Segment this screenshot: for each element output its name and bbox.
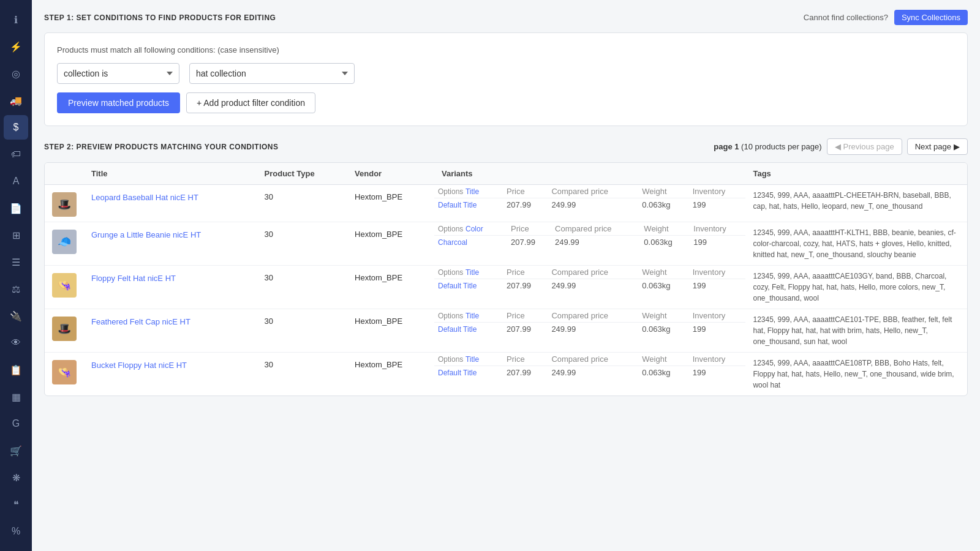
option-value-link[interactable]: Color <box>466 225 483 233</box>
option-value-link[interactable]: Title <box>466 355 479 364</box>
option-value-link[interactable]: Title <box>466 268 479 277</box>
sidebar-icon-target[interactable]: ◎ <box>4 61 28 86</box>
col-product-type: Product Type <box>257 163 348 185</box>
vh-inventory: Inventory <box>689 353 746 366</box>
col-vendor: Vendor <box>347 163 434 185</box>
product-tags-cell: 12345, 999, AAA, aaaatttCAE103GY, band, … <box>745 266 967 309</box>
conditions-row: collection is title contains vendor is t… <box>57 63 955 84</box>
variant-title: Charcoal <box>434 236 507 249</box>
product-title-link[interactable]: Leopard Baseball Hat nicE HT <box>91 193 198 202</box>
variant-price: 207.99 <box>503 366 548 380</box>
sidebar-icon-barcode[interactable]: ▦ <box>4 384 28 409</box>
product-image-cell: 👒 <box>45 266 84 309</box>
variant-inventory: 199 <box>689 279 746 293</box>
vh-inventory: Inventory <box>689 309 746 323</box>
sidebar-icon-font[interactable]: A <box>4 169 28 193</box>
vh-inventory: Inventory <box>689 185 746 198</box>
sidebar-icon-tag[interactable]: 🏷 <box>4 142 28 167</box>
vh-price: Price <box>503 353 548 366</box>
page-label: page 1 (10 products per page) <box>714 142 821 151</box>
variant-title-link[interactable]: Default Title <box>438 282 477 290</box>
option-value-link[interactable]: Title <box>466 312 479 320</box>
sidebar-icon-doc[interactable]: 📄 <box>4 196 28 220</box>
preview-matched-button[interactable]: Preview matched products <box>57 92 180 113</box>
variant-compare-price: 249.99 <box>548 198 638 212</box>
sidebar-icon-percent[interactable]: % <box>4 519 28 544</box>
next-label: Next page <box>915 142 951 151</box>
variant-price: 207.99 <box>503 323 548 336</box>
vh-compare: Compared price <box>548 185 638 198</box>
variant-data-row: Default Title 207.99 249.99 0.063kg 199 <box>434 366 745 380</box>
sidebar: ℹ ⚡ ◎ 🚚 $ 🏷 A 📄 ⊞ ☰ ⚖ 🔌 👁 📋 ▦ G 🛒 ❋ ❝ % <box>0 0 32 551</box>
sidebar-icon-g[interactable]: G <box>4 411 28 436</box>
sidebar-icon-cart[interactable]: 🛒 <box>4 438 28 463</box>
variant-inventory: 199 <box>689 198 746 212</box>
sidebar-icon-bolt[interactable]: ⚡ <box>4 34 28 59</box>
vh-options: Options Title <box>434 353 503 366</box>
variant-data-row: Default Title 207.99 249.99 0.063kg 199 <box>434 323 745 336</box>
sidebar-icon-scale[interactable]: ⚖ <box>4 277 28 301</box>
product-title-link[interactable]: Floppy Felt Hat nicE HT <box>91 274 176 283</box>
product-image-cell: 🎩 <box>45 185 84 222</box>
product-variants-cell: Options Title Price Compared price Weigh… <box>434 309 745 353</box>
sidebar-icon-dollar[interactable]: $ <box>4 115 28 140</box>
vh-options: Options Color <box>434 222 507 236</box>
product-variants-cell: Options Title Price Compared price Weigh… <box>434 266 745 309</box>
product-title-link[interactable]: Bucket Floppy Hat nicE HT <box>91 361 187 370</box>
product-tags-cell: 12345, 999, AAA, aaaatttCAE108TP, BBB, B… <box>745 353 967 396</box>
sidebar-icon-quote[interactable]: ❝ <box>4 492 28 517</box>
add-filter-button[interactable]: + Add product filter condition <box>186 92 315 113</box>
product-vendor-cell: Hextom_BPE <box>347 309 434 353</box>
vh-price: Price <box>503 309 548 323</box>
variant-data-row: Default Title 207.99 249.99 0.063kg 199 <box>434 279 745 293</box>
variant-title-link[interactable]: Charcoal <box>438 238 467 247</box>
option-value-link[interactable]: Title <box>466 187 479 196</box>
main-content: STEP 1: SET CONDITIONS TO FIND PRODUCTS … <box>32 0 980 551</box>
variant-title-link[interactable]: Default Title <box>438 369 477 377</box>
product-vendor-cell: Hextom_BPE <box>347 222 434 266</box>
product-title-link[interactable]: Grunge a Little Beanie nicE HT <box>91 230 201 239</box>
condition-type-select[interactable]: collection is title contains vendor is t… <box>57 63 179 84</box>
product-vendor-cell: Hextom_BPE <box>347 266 434 309</box>
sidebar-icon-file[interactable]: 📋 <box>4 358 28 382</box>
product-image-glyph: 👒 <box>58 365 71 379</box>
step1-title: STEP 1: SET CONDITIONS TO FIND PRODUCTS … <box>44 13 276 22</box>
vh-options: Options Title <box>434 309 503 323</box>
variant-title-link[interactable]: Default Title <box>438 201 477 209</box>
variant-title-link[interactable]: Default Title <box>438 325 477 334</box>
variants-sub-table: Options Color Price Compared price Weigh… <box>434 222 745 249</box>
col-variants: Variants <box>434 163 745 185</box>
conditions-actions: Preview matched products + Add product f… <box>57 92 955 113</box>
product-image: 🎩 <box>52 192 77 217</box>
sidebar-icon-list[interactable]: ☰ <box>4 250 28 274</box>
sidebar-icon-apps[interactable]: ❋ <box>4 465 28 490</box>
product-type-cell: 30 <box>257 222 348 266</box>
sidebar-icon-eye[interactable]: 👁 <box>4 331 28 355</box>
variants-sub-table: Options Title Price Compared price Weigh… <box>434 353 745 379</box>
product-title-cell: Floppy Felt Hat nicE HT <box>84 266 257 309</box>
sync-collections-button[interactable]: Sync Collections <box>894 10 968 25</box>
product-type-cell: 30 <box>257 309 348 353</box>
product-title-link[interactable]: Feathered Felt Cap nicE HT <box>91 317 190 326</box>
table-header-row: Title Product Type Vendor Variants Tags <box>45 163 967 185</box>
variant-header-row: Options Title Price Compared price Weigh… <box>434 353 745 366</box>
product-image-cell: 🎩 <box>45 309 84 353</box>
sidebar-icon-truck[interactable]: 🚚 <box>4 88 28 113</box>
variant-inventory: 199 <box>690 236 745 249</box>
sidebar-icon-info[interactable]: ℹ <box>4 7 28 32</box>
sidebar-icon-plug[interactable]: 🔌 <box>4 304 28 328</box>
prev-page-button[interactable]: ◀ Previous page <box>827 138 902 155</box>
condition-value-select[interactable]: hat collection summer collection winter … <box>189 63 355 84</box>
next-page-button[interactable]: Next page ▶ <box>907 138 968 155</box>
sidebar-icon-grid[interactable]: ⊞ <box>4 223 28 247</box>
table-row: 🎩 Leopard Baseball Hat nicE HT 30 Hextom… <box>45 185 967 222</box>
vh-options: Options Title <box>434 266 503 279</box>
product-image-glyph: 🎩 <box>58 322 71 335</box>
product-image: 👒 <box>52 360 77 384</box>
variant-title: Default Title <box>434 323 503 336</box>
table-row: 👒 Bucket Floppy Hat nicE HT 30 Hextom_BP… <box>45 353 967 396</box>
vh-weight: Weight <box>638 309 688 323</box>
variant-price: 207.99 <box>503 279 548 293</box>
variant-header-row: Options Title Price Compared price Weigh… <box>434 309 745 323</box>
product-image: 👒 <box>52 273 77 298</box>
